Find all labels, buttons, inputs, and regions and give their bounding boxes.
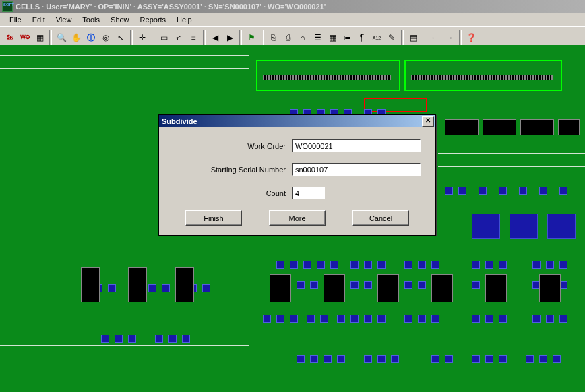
menu-tools[interactable]: Tools (77, 14, 105, 25)
props-icon[interactable]: ≔ (340, 30, 355, 45)
pcb-component (377, 355, 386, 363)
prev-icon-glyph: ◀ (212, 34, 218, 42)
flag-icon[interactable]: ⚑ (244, 30, 259, 45)
pcb-component (445, 187, 453, 195)
grid-icon[interactable]: ▦ (325, 30, 340, 45)
pcb-component (297, 355, 305, 363)
help-icon[interactable]: ❓ (464, 30, 479, 45)
toolbar-separator (130, 30, 133, 45)
toolbar-separator (152, 30, 154, 45)
toolbar-separator (459, 30, 462, 45)
toolbar-separator (401, 30, 404, 45)
zoom-icon[interactable]: 🔍 (54, 30, 69, 45)
hand-icon[interactable]: ✋ (69, 30, 84, 45)
menu-show[interactable]: Show (105, 14, 135, 25)
pcb-component (553, 355, 561, 363)
forward-icon[interactable]: → (442, 30, 457, 45)
pcb-component (472, 355, 480, 363)
note-icon[interactable]: ✎ (384, 30, 399, 45)
pcb-component (499, 315, 507, 323)
sn-icon[interactable]: S͟N (3, 30, 18, 45)
starting-sn-label: Starting Serial Number (171, 166, 292, 174)
pcb-component (364, 281, 372, 289)
pcb-component (377, 315, 386, 323)
toolbar-separator (239, 30, 242, 45)
pcb-component (418, 315, 426, 323)
tool-b-icon-glyph: ⎙ (286, 34, 290, 42)
props-icon-glyph: ≔ (343, 34, 351, 42)
arrow-icon[interactable]: ↖ (113, 30, 128, 45)
back-icon[interactable]: ← (427, 30, 442, 45)
tool-b-icon[interactable]: ⎙ (280, 30, 295, 45)
pcb-component (546, 261, 554, 269)
tool-d-icon[interactable]: ☰ (310, 30, 325, 45)
key-icon[interactable]: ¶ (355, 30, 369, 45)
more-button[interactable]: More (269, 210, 326, 226)
menu-view[interactable]: View (51, 14, 78, 25)
crosshair-icon-glyph: ✛ (139, 34, 146, 42)
menu-bar: FileEditViewToolsShowReportsHelp (0, 13, 585, 26)
ic-chip (472, 214, 500, 239)
pcb-trace (0, 345, 249, 346)
prev-icon[interactable]: ◀ (208, 30, 222, 45)
ic-chip (485, 274, 507, 302)
target-icon[interactable]: ◎ (98, 30, 113, 45)
menu-file[interactable]: File (4, 14, 27, 25)
pcb-component (320, 315, 328, 323)
pcb-component (431, 355, 439, 363)
next-icon[interactable]: ▶ (222, 30, 237, 45)
pcb-component (276, 315, 284, 323)
pcb-component (458, 187, 466, 195)
pcb-component (431, 315, 439, 323)
wo-icon[interactable]: W̶O̶ (18, 30, 32, 45)
app-icon: SOFT (2, 1, 13, 12)
pcb-component (431, 261, 439, 269)
help-icon-glyph: ❓ (466, 34, 476, 42)
pcb-component (532, 261, 541, 269)
pcb-component (350, 261, 359, 269)
note-icon-glyph: ✎ (388, 34, 395, 42)
count-label: Count (171, 189, 292, 197)
work-order-input[interactable] (292, 139, 421, 152)
arrow-icon-glyph: ↖ (117, 34, 124, 42)
info-icon[interactable]: ⓘ (84, 30, 98, 45)
pcb-trace (0, 55, 249, 56)
menu-edit[interactable]: Edit (27, 14, 51, 25)
pcb-component (559, 187, 567, 195)
list-icon[interactable]: ▦ (32, 30, 47, 45)
work-order-label: Work Order (171, 142, 292, 150)
grid-icon-glyph: ▦ (329, 34, 336, 42)
starting-sn-input[interactable] (292, 163, 421, 176)
a12-icon[interactable]: A12 (369, 30, 384, 45)
toolbar-separator (203, 30, 206, 45)
count-input[interactable] (292, 187, 325, 199)
dialog-title-bar[interactable]: Subdivide ✕ (159, 115, 435, 127)
layer2-icon[interactable]: ⩫ (171, 30, 186, 45)
layer3-icon[interactable]: ≡ (186, 30, 201, 45)
pcb-trace (438, 153, 585, 154)
crosshair-icon[interactable]: ✛ (135, 30, 150, 45)
calendar-icon-glyph: ▤ (410, 34, 417, 42)
pcb-component (391, 355, 399, 363)
layer1-icon-glyph: ▭ (160, 34, 168, 42)
pcb-component (532, 315, 541, 323)
cancel-button[interactable]: Cancel (352, 210, 409, 226)
tool-a-icon[interactable]: ⎘ (266, 30, 280, 45)
menu-reports[interactable]: Reports (135, 14, 172, 25)
layer1-icon[interactable]: ▭ (156, 30, 171, 45)
pcb-component (182, 335, 190, 343)
ic-chip (431, 274, 453, 302)
pcb-component (485, 315, 493, 323)
menu-help[interactable]: Help (171, 14, 197, 25)
highlight-box (364, 98, 427, 112)
pcb-component (263, 315, 271, 323)
pcb-component (472, 281, 480, 289)
ic-chip (483, 119, 516, 135)
finish-button[interactable]: Finish (185, 210, 242, 226)
pcb-component (155, 335, 163, 343)
calendar-icon[interactable]: ▤ (406, 30, 421, 45)
forward-icon-glyph: → (445, 34, 454, 42)
close-icon[interactable]: ✕ (422, 116, 434, 127)
tool-c-icon[interactable]: ⌂ (295, 30, 310, 45)
tool-d-icon-glyph: ☰ (314, 34, 321, 42)
